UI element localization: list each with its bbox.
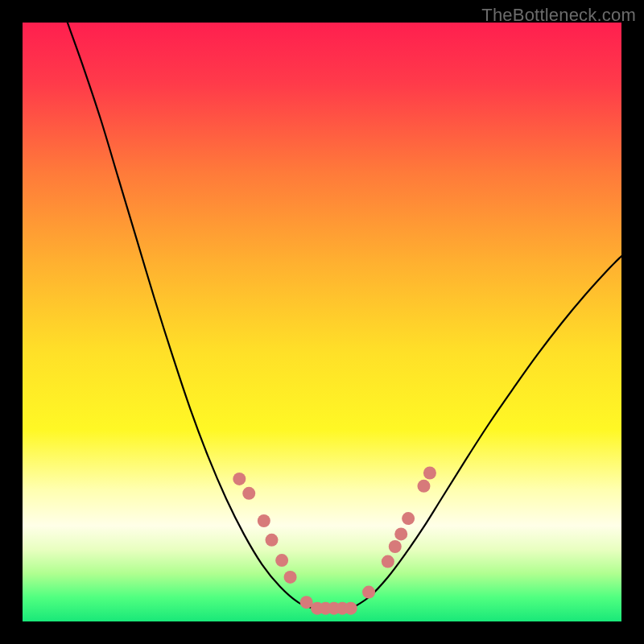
- marker-point: [417, 480, 430, 493]
- chart-plot-area: [23, 23, 621, 621]
- marker-point: [300, 596, 313, 609]
- outer-frame: TheBottleneck.com: [0, 0, 644, 644]
- chart-background: [23, 23, 621, 621]
- marker-point: [423, 466, 436, 479]
- marker-point: [394, 527, 407, 540]
- marker-point: [258, 514, 270, 527]
- marker-point: [345, 602, 357, 615]
- watermark-text: TheBottleneck.com: [481, 5, 636, 26]
- marker-point: [275, 554, 288, 567]
- marker-point: [389, 540, 402, 553]
- marker-point: [402, 512, 415, 525]
- marker-point: [266, 534, 279, 547]
- chart-svg: [23, 23, 621, 621]
- marker-point: [382, 555, 394, 568]
- marker-point: [233, 473, 246, 485]
- marker-point: [362, 586, 375, 599]
- marker-point: [284, 571, 297, 584]
- marker-point: [242, 487, 255, 500]
